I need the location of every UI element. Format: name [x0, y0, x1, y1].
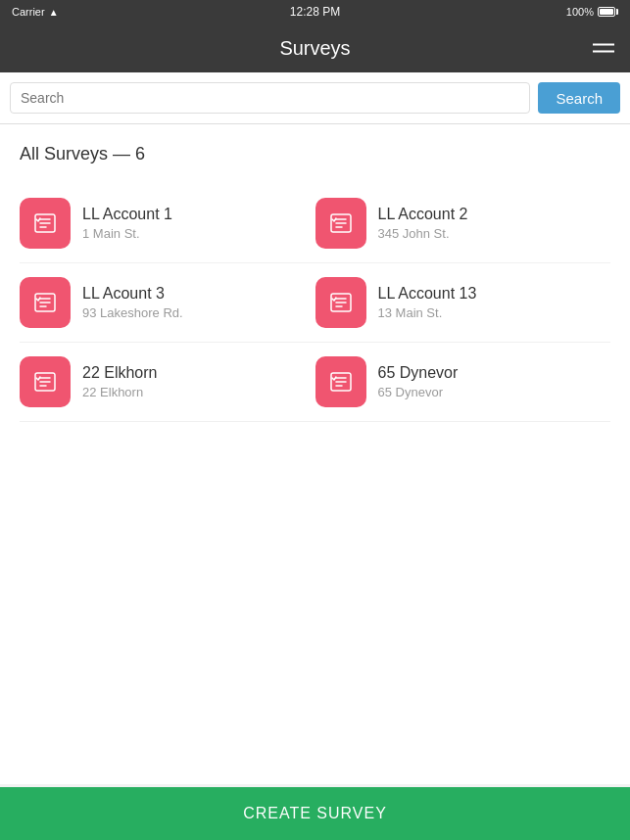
survey-name: LL Account 1 — [82, 206, 306, 223]
survey-item[interactable]: LL Account 13 13 Main St. — [315, 263, 611, 343]
battery-icon — [598, 7, 618, 17]
survey-item[interactable]: LL Account 1 1 Main St. — [20, 184, 315, 263]
survey-address: 345 John St. — [378, 226, 602, 241]
survey-info: 65 Dynevor 65 Dynevor — [378, 364, 602, 399]
search-bar: Search — [0, 72, 630, 124]
main-content: All Surveys — 6 LL Account 1 1 Main St. — [0, 124, 630, 784]
hamburger-line-2 — [593, 51, 614, 53]
survey-icon — [315, 277, 366, 328]
battery-percent: 100% — [566, 6, 594, 18]
survey-info: LL Account 13 13 Main St. — [378, 285, 602, 320]
survey-address: 13 Main St. — [378, 305, 602, 320]
survey-icon — [315, 356, 366, 407]
survey-address: 93 Lakeshore Rd. — [82, 305, 306, 320]
carrier-label: Carrier — [12, 6, 45, 18]
survey-name: LL Account 2 — [378, 206, 602, 223]
survey-info: 22 Elkhorn 22 Elkhorn — [82, 364, 306, 399]
status-bar-left: Carrier ▲ — [12, 6, 59, 18]
survey-icon — [20, 277, 71, 328]
menu-button[interactable] — [593, 44, 614, 53]
survey-icon — [315, 198, 366, 249]
search-button[interactable]: Search — [538, 82, 620, 114]
survey-address: 65 Dynevor — [378, 385, 602, 399]
survey-name: 22 Elkhorn — [82, 364, 306, 382]
status-bar-time: 12:28 PM — [290, 5, 340, 19]
survey-grid: LL Account 1 1 Main St. LL Account 2 345… — [20, 184, 610, 422]
survey-address: 1 Main St. — [82, 226, 306, 241]
survey-name: LL Account 13 — [378, 285, 602, 303]
survey-icon — [20, 198, 71, 249]
survey-item[interactable]: LL Account 2 345 John St. — [315, 184, 611, 263]
survey-icon — [20, 356, 71, 407]
status-bar: Carrier ▲ 12:28 PM 100% — [0, 0, 630, 23]
survey-info: LL Acount 3 93 Lakeshore Rd. — [82, 285, 306, 320]
survey-item[interactable]: 22 Elkhorn 22 Elkhorn — [20, 343, 315, 422]
nav-title: Surveys — [279, 37, 350, 60]
survey-address: 22 Elkhorn — [82, 385, 306, 399]
survey-name: 65 Dynevor — [378, 364, 602, 382]
create-survey-button[interactable]: CREATE SURVEY — [0, 787, 630, 840]
section-title: All Surveys — 6 — [20, 144, 610, 164]
survey-info: LL Account 2 345 John St. — [378, 206, 602, 241]
wifi-icon: ▲ — [49, 7, 59, 18]
survey-info: LL Account 1 1 Main St. — [82, 206, 306, 241]
survey-item[interactable]: 65 Dynevor 65 Dynevor — [315, 343, 611, 422]
survey-item[interactable]: LL Acount 3 93 Lakeshore Rd. — [20, 263, 315, 343]
status-bar-right: 100% — [566, 6, 618, 18]
nav-bar: Surveys — [0, 23, 630, 72]
survey-name: LL Acount 3 — [82, 285, 306, 303]
search-input[interactable] — [10, 82, 530, 114]
hamburger-line-1 — [593, 44, 614, 46]
